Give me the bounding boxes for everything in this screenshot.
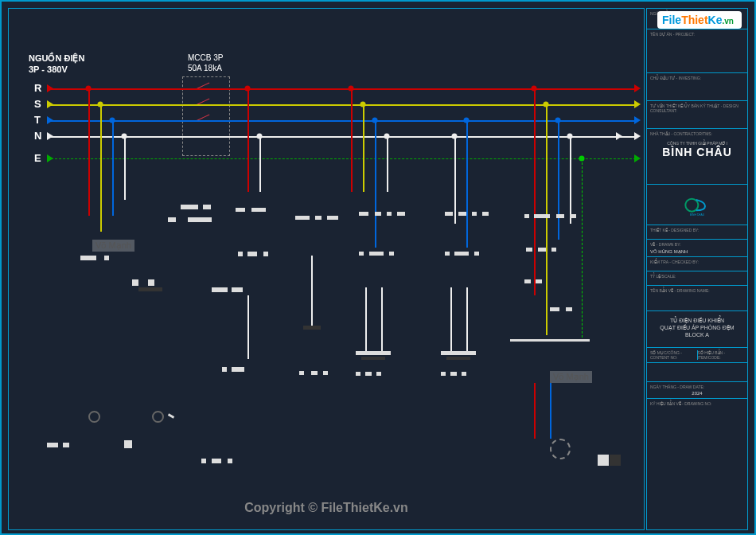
component-fragment: [356, 351, 391, 355]
component-fragment: [315, 216, 321, 220]
drop-wire: [259, 136, 261, 192]
component-fragment: [88, 411, 100, 423]
source-label: NGUỒN ĐIỆN 3P - 380V: [29, 53, 84, 76]
drop-wire: [570, 136, 571, 224]
component-fragment: [445, 252, 450, 256]
busbar-n: [47, 136, 636, 138]
component-bar: [450, 287, 452, 351]
component-fragment: [458, 212, 466, 216]
component-fragment: [132, 279, 138, 286]
phase-label-r: R: [34, 82, 41, 94]
arrow-out-e: [634, 154, 641, 162]
phase-label-s: S: [34, 98, 41, 110]
tb-designed-label: THIẾT KẾ - DESIGNED BY:: [650, 228, 744, 232]
tb-drawing-label: TÊN BẢN VẼ - DRAWING NAME:: [650, 288, 744, 293]
component-fragment: [327, 216, 338, 220]
component-fragment: [47, 443, 58, 447]
tb-date-label: NGÀY THÁNG - DRAW DATE:: [650, 385, 744, 389]
component-fragment: [445, 212, 453, 216]
arrow-out-s: [634, 100, 641, 108]
component-fragment: [389, 252, 394, 256]
drop-wire: [375, 120, 376, 248]
phase-label-t: T: [34, 114, 41, 126]
component-fragment: [446, 357, 470, 360]
drop-wire: [534, 88, 536, 295]
component-fragment: [263, 252, 268, 256]
component-fragment: [104, 256, 109, 260]
tb-scale-label: TỶ LỆ/SCALE:: [650, 274, 744, 279]
node: [464, 118, 470, 123]
component-fragment: [232, 367, 244, 372]
drop-wire: [466, 120, 468, 248]
drop-wire: [88, 88, 90, 216]
component-fragment: [303, 326, 321, 330]
drop-wire: [387, 136, 388, 192]
component-fragment: [356, 372, 360, 376]
drop-wire: [247, 88, 249, 192]
mccb-line1: MCCB 3P: [188, 53, 223, 62]
component-fragment: [474, 252, 479, 256]
component-fragment: [203, 205, 211, 209]
component-bar: [311, 256, 313, 327]
watermark-text-1: Võ Mạnh: [92, 240, 134, 252]
drop-wire: [363, 104, 364, 192]
component-fragment: [482, 212, 489, 216]
component-fragment: [152, 411, 164, 423]
component-bar: [247, 295, 249, 359]
component-fragment: [365, 372, 372, 376]
component-fragment: [566, 307, 572, 311]
tb-checked-label: KIỂM TRA - CHECKED BY:: [650, 260, 744, 264]
drawing-title: TỦ ĐIỆN ĐIỀU KHIỂN QUẠT ĐIỀU ÁP PHÒNG ĐỆ…: [650, 314, 744, 342]
arrow-out-r: [634, 84, 641, 92]
arrow-out-t: [634, 116, 641, 124]
arrow-in-s: [47, 100, 53, 108]
component-fragment: [212, 459, 221, 463]
component-fragment: [610, 455, 621, 466]
component-fragment: [323, 371, 328, 375]
component-fragment: [295, 216, 310, 220]
motor-symbol: [550, 439, 571, 459]
company-name: BÌNH CHÂU: [652, 146, 742, 158]
title-block: NGÀY SỬA / DATE NGÀY HỆP / DATE TÊN DỰ Á…: [646, 8, 748, 530]
drop-wire: [546, 104, 548, 335]
tb-owner-label: CHỦ ĐẦU TƯ - INVESTING:: [650, 76, 744, 80]
drawing-canvas: NGUỒN ĐIỆN 3P - 380V MCCB 3P 50A 18kA R …: [8, 8, 645, 530]
component-fragment: [168, 217, 176, 222]
arrow-in-r: [47, 84, 53, 92]
component-fragment: [361, 357, 385, 360]
drop-wire: [100, 104, 102, 232]
component-fragment: [556, 214, 564, 218]
component-fragment: [359, 252, 364, 256]
copyright-text: Copyright © FileThietKe.vn: [244, 501, 408, 515]
component-fragment: [536, 279, 542, 283]
component-fragment: [369, 252, 384, 256]
component-fragment: [454, 252, 469, 256]
component-fragment: [462, 372, 466, 376]
source-line1: NGUỒN ĐIỆN: [29, 53, 84, 63]
component-fragment: [441, 351, 476, 355]
component-fragment: [236, 208, 245, 212]
component-fragment: [551, 248, 556, 252]
component-fragment: [181, 205, 198, 209]
component-fragment: [598, 455, 609, 466]
tb-submittal-label: SỐ HIỆU BẢN - ITEM/CODE:: [698, 350, 745, 360]
mccb-line2: 50A 18kA: [188, 64, 222, 72]
drop-wire: [112, 120, 114, 216]
component-fragment: [222, 367, 227, 372]
component-bar: [466, 287, 468, 351]
tb-drawn-value: VÕ HÙNG MẠNH: [650, 248, 744, 254]
drop-wire: [124, 136, 126, 200]
drop-wire: [550, 383, 551, 439]
watermark-text-2: Võ Mạnh: [550, 371, 592, 383]
arrow-in-n: [47, 132, 53, 140]
component-fragment: [510, 339, 590, 342]
component-fragment: [441, 372, 446, 376]
drawing-title-2: QUẠT ĐIỀU ÁP PHÒNG ĐỆM: [660, 325, 734, 330]
component-fragment: [201, 459, 206, 463]
tb-consultant-label: TƯ VẤN THIẾT KẾ/ỦY BÁN KÝ THUẬT - DESIGN…: [650, 103, 744, 113]
component-fragment: [526, 248, 532, 252]
arrow-in-t: [47, 116, 53, 124]
component-fragment: [188, 217, 212, 222]
component-fragment: [247, 252, 257, 256]
component-fragment: [148, 279, 154, 286]
